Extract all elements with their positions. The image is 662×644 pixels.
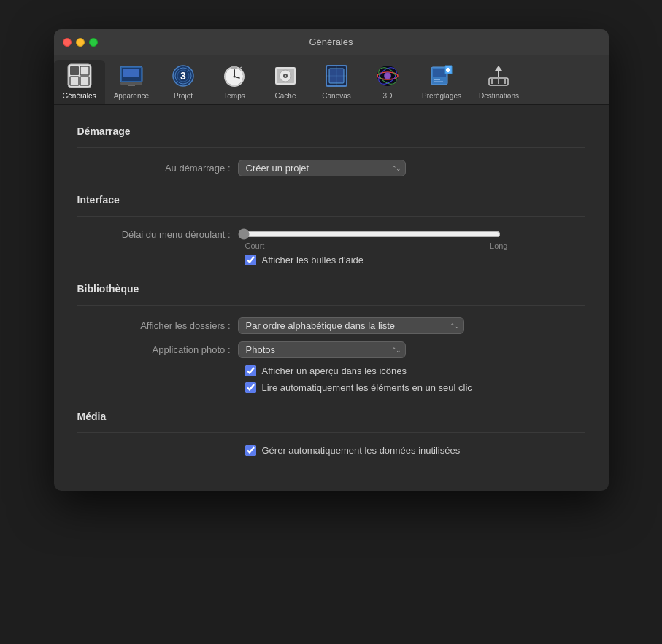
- checkbox-gerer-row: Gérer automatiquement les données inutil…: [245, 445, 585, 456]
- 3d-icon: [374, 63, 401, 89]
- tab-projet[interactable]: 3 Projet: [158, 60, 209, 104]
- application-photo-row: Application photo : Photos Aperçu Autre.…: [77, 341, 585, 358]
- svg-point-25: [285, 75, 286, 77]
- tab-proreglages[interactable]: Préréglages: [413, 60, 470, 104]
- traffic-lights: [63, 38, 98, 47]
- delai-slider[interactable]: [238, 228, 501, 240]
- cache-icon: [272, 63, 299, 89]
- projet-icon: 3: [170, 63, 196, 89]
- interface-heading: Interface: [77, 194, 585, 206]
- checkbox-bulles-label: Afficher les bulles d'aide: [262, 255, 364, 265]
- demarrage-heading: Démarrage: [77, 125, 585, 137]
- tab-generales[interactable]: Générales: [54, 60, 105, 104]
- svg-rect-9: [128, 85, 135, 86]
- afficher-dossiers-row: Afficher les dossiers : Par ordre alphab…: [77, 317, 585, 334]
- slider-range: Court Long: [245, 241, 508, 250]
- section-media: Média Gérer automatiquement les données …: [77, 411, 585, 456]
- svg-rect-19: [231, 66, 237, 69]
- proreglages-icon: [428, 63, 455, 89]
- main-content: Démarrage Au démarrage : Créer un projet…: [54, 105, 609, 491]
- tab-generales-label: Générales: [63, 92, 96, 100]
- media-heading: Média: [77, 411, 585, 422]
- tab-apparence-label: Apparence: [114, 92, 149, 100]
- checkbox-bulles[interactable]: [245, 255, 256, 265]
- au-demarrage-dropdown-wrapper: Créer un projet Ouvrir le dernier projet…: [238, 160, 406, 176]
- canevas-icon: [323, 63, 350, 89]
- delai-row: Délai du menu déroulant :: [77, 228, 585, 240]
- checkbox-lire-row: Lire automatiquement les éléments en un …: [245, 382, 585, 393]
- tab-temps-label: Temps: [223, 92, 245, 100]
- apparence-icon: [118, 63, 145, 89]
- interface-separator: [77, 216, 585, 217]
- tab-apparence[interactable]: Apparence: [105, 60, 158, 104]
- svg-line-20: [239, 67, 242, 69]
- svg-rect-1: [70, 66, 79, 75]
- checkbox-apercu-row: Afficher un aperçu dans les icônes: [245, 365, 585, 376]
- tab-3d-label: 3D: [383, 92, 393, 100]
- section-demarrage: Démarrage Au démarrage : Créer un projet…: [77, 125, 585, 176]
- checkbox-apercu[interactable]: [245, 365, 256, 376]
- tab-cache-label: Cache: [275, 92, 296, 100]
- tab-destinations[interactable]: Destinations: [470, 60, 528, 104]
- preferences-window: Générales Générales: [54, 29, 609, 491]
- svg-point-35: [385, 73, 390, 79]
- temps-icon: [221, 63, 247, 89]
- svg-rect-37: [433, 69, 446, 77]
- media-separator: [77, 432, 585, 433]
- checkbox-lire-label: Lire automatiquement les éléments en un …: [262, 382, 472, 393]
- checkbox-bulles-row: Afficher les bulles d'aide: [245, 255, 585, 265]
- bibliotheque-heading: Bibliothèque: [77, 283, 585, 295]
- checkbox-apercu-label: Afficher un aperçu dans les icônes: [262, 365, 407, 376]
- application-photo-dropdown[interactable]: Photos Aperçu Autre...: [238, 341, 406, 358]
- application-photo-dropdown-wrapper: Photos Aperçu Autre...: [238, 341, 406, 358]
- generales-icon: [66, 63, 93, 89]
- fullscreen-button[interactable]: [89, 38, 98, 47]
- svg-marker-45: [495, 66, 502, 71]
- minimize-button[interactable]: [76, 38, 85, 47]
- tab-projet-label: Projet: [174, 92, 193, 100]
- tab-canevas-label: Canevas: [322, 92, 350, 100]
- tab-proreglages-label: Préréglages: [422, 92, 461, 100]
- svg-rect-7: [123, 69, 139, 77]
- slider-max-label: Long: [490, 241, 507, 250]
- svg-text:3: 3: [180, 70, 186, 82]
- titlebar: Générales: [54, 29, 609, 55]
- destinations-icon: [485, 63, 512, 89]
- tab-3d[interactable]: 3D: [362, 60, 413, 104]
- application-photo-label: Application photo :: [77, 344, 238, 355]
- window-title: Générales: [309, 36, 353, 47]
- slider-min-label: Court: [245, 241, 265, 250]
- bibliotheque-separator: [77, 305, 585, 306]
- slider-section: Délai du menu déroulant : Court Long: [77, 228, 585, 250]
- checkbox-gerer-label: Gérer automatiquement les données inutil…: [262, 445, 461, 456]
- svg-point-18: [234, 76, 236, 78]
- section-interface: Interface Délai du menu déroulant : Cour…: [77, 194, 585, 265]
- au-demarrage-dropdown[interactable]: Créer un projet Ouvrir le dernier projet…: [238, 160, 406, 176]
- tab-canevas[interactable]: Canevas: [311, 60, 362, 104]
- au-demarrage-label: Au démarrage :: [77, 163, 238, 174]
- tab-temps[interactable]: Temps: [209, 60, 260, 104]
- checkbox-gerer[interactable]: [245, 445, 256, 456]
- tab-cache[interactable]: Cache: [260, 60, 311, 104]
- close-button[interactable]: [63, 38, 72, 47]
- toolbar: Générales Apparence 3: [54, 55, 609, 105]
- demarrage-row: Au démarrage : Créer un projet Ouvrir le…: [77, 160, 585, 176]
- afficher-dossiers-label: Afficher les dossiers :: [77, 320, 238, 331]
- checkbox-lire[interactable]: [245, 382, 256, 393]
- afficher-dossiers-dropdown-wrapper: Par ordre alphabétique dans la liste Par…: [238, 317, 464, 334]
- svg-rect-8: [120, 82, 142, 85]
- tab-destinations-label: Destinations: [479, 92, 519, 100]
- demarrage-separator: [77, 147, 585, 148]
- section-bibliotheque: Bibliothèque Afficher les dossiers : Par…: [77, 283, 585, 393]
- afficher-dossiers-dropdown[interactable]: Par ordre alphabétique dans la liste Par…: [238, 317, 464, 334]
- delai-label: Délai du menu déroulant :: [77, 229, 238, 240]
